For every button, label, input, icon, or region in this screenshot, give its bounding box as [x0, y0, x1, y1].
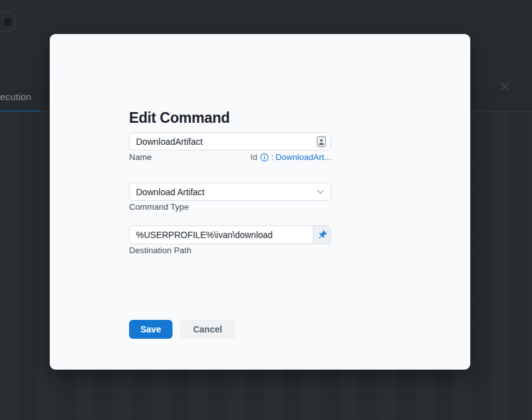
command-id-link[interactable]: DownloadArt...: [275, 152, 331, 162]
id-prefix: Id: [250, 152, 257, 162]
command-type-value: Download Artifact: [136, 187, 205, 197]
info-icon[interactable]: [260, 153, 269, 162]
id-separator: :: [271, 152, 274, 162]
stop-icon: [4, 18, 11, 25]
pin-button[interactable]: [313, 226, 331, 244]
command-type-label: Command Type: [129, 202, 189, 212]
close-icon: [499, 81, 510, 92]
name-input[interactable]: [130, 133, 317, 150]
destination-path-input[interactable]: [130, 226, 313, 244]
destination-path-wrap: [129, 225, 331, 244]
active-tab-underline: [0, 110, 41, 112]
dialog-title: Edit Command: [129, 110, 230, 127]
autofill-icon: [317, 136, 326, 147]
tab-execution[interactable]: ecution: [0, 91, 31, 102]
close-button[interactable]: [499, 81, 511, 93]
name-input-wrap: [129, 132, 331, 150]
command-type-select[interactable]: Download Artifact: [129, 183, 331, 201]
pin-icon: [317, 230, 327, 241]
chevron-down-icon: [317, 190, 324, 195]
dialog-actions: Save Cancel: [129, 320, 235, 339]
save-button[interactable]: Save: [129, 320, 173, 339]
stop-button[interactable]: [0, 11, 16, 32]
destination-path-label: Destination Path: [129, 246, 191, 255]
command-id-row: Id : DownloadArt...: [129, 152, 331, 162]
edit-command-dialog: Edit Command Name Id : DownloadArt... Co…: [50, 34, 470, 370]
cancel-button[interactable]: Cancel: [180, 320, 235, 339]
